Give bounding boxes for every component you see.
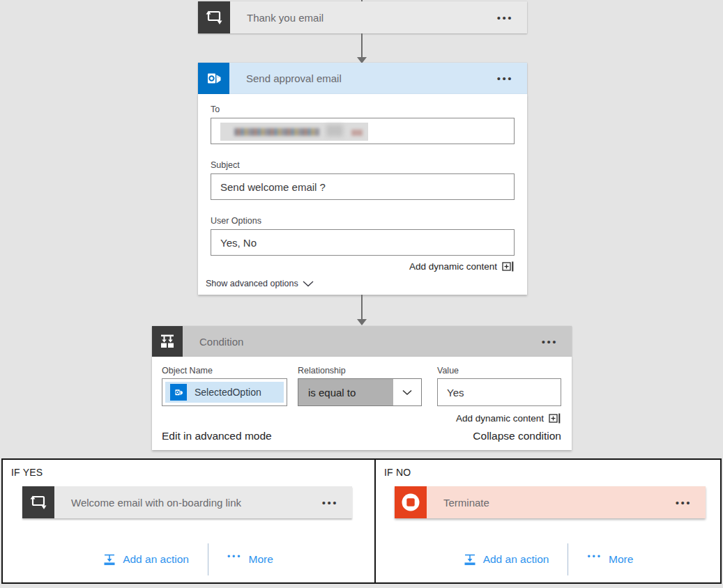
relationship-selected-value: is equal to xyxy=(298,379,393,405)
card-send-approval-email-header[interactable]: Send approval email ••• xyxy=(198,63,527,94)
if-no-label: IF NO xyxy=(384,467,411,478)
condition-card-body: Object Name Relationship Value SelectedO… xyxy=(152,357,572,450)
outlook-icon xyxy=(198,63,229,94)
collapse-condition-link[interactable]: Collapse condition xyxy=(473,430,561,442)
card-welcome-email[interactable]: Welcome email with on-boarding link ••• xyxy=(22,486,352,518)
add-dynamic-content-link[interactable]: Add dynamic content xyxy=(409,261,515,272)
more-button[interactable]: ••• More xyxy=(568,553,652,566)
card-title: Terminate xyxy=(427,486,662,518)
add-an-action-button[interactable]: Add an action xyxy=(84,553,208,566)
add-dynamic-content-link[interactable]: Add dynamic content xyxy=(456,413,561,424)
card-condition-header[interactable]: Condition ••• xyxy=(152,326,572,357)
relationship-select[interactable]: is equal to xyxy=(298,378,422,406)
edit-advanced-mode-link[interactable]: Edit in advanced mode xyxy=(162,430,272,442)
card-thank-you-email[interactable]: Thank you email ••• xyxy=(198,1,527,33)
more-menu-icon[interactable]: ••• xyxy=(483,63,527,94)
selected-option-token[interactable]: SelectedOption xyxy=(165,382,284,403)
more-menu-icon[interactable]: ••• xyxy=(308,486,352,518)
user-options-input[interactable] xyxy=(211,229,515,256)
add-action-icon xyxy=(102,553,116,566)
more-button[interactable]: ••• More xyxy=(208,553,292,566)
subject-label: Subject xyxy=(211,160,240,170)
chevron-down-icon xyxy=(303,281,314,287)
add-dynamic-content-icon xyxy=(549,413,561,424)
condition-branch-icon xyxy=(152,326,183,357)
redacted-email-value xyxy=(220,123,368,141)
to-input[interactable] xyxy=(211,118,515,144)
more-menu-icon[interactable]: ••• xyxy=(662,486,706,518)
show-advanced-options-link[interactable]: Show advanced options xyxy=(206,279,314,288)
card-title: Welcome email with on-boarding link xyxy=(54,486,308,518)
token-label: SelectedOption xyxy=(195,387,261,398)
subject-input[interactable] xyxy=(211,173,515,200)
card-terminate[interactable]: Terminate ••• xyxy=(395,486,706,518)
connector-line xyxy=(361,295,363,320)
value-label: Value xyxy=(437,366,459,376)
add-dynamic-content-icon xyxy=(502,261,515,272)
flow-designer-canvas: Thank you email ••• Send approval email … xyxy=(0,0,723,588)
connector-line xyxy=(361,33,363,58)
card-title: Send approval email xyxy=(229,63,483,94)
if-yes-label: IF YES xyxy=(11,467,43,478)
recurrence-loop-icon xyxy=(198,1,230,33)
card-title: Condition xyxy=(183,326,528,357)
more-dots-icon: ••• xyxy=(587,552,602,562)
chevron-down-icon xyxy=(393,379,421,405)
connector-arrowhead xyxy=(357,319,367,325)
recurrence-loop-icon xyxy=(22,486,54,518)
card-title: Thank you email xyxy=(230,1,483,33)
to-label: To xyxy=(211,105,220,114)
value-input[interactable] xyxy=(437,378,561,406)
more-dots-icon: ••• xyxy=(227,552,243,562)
add-an-action-button[interactable]: Add an action xyxy=(444,553,568,566)
more-menu-icon[interactable]: ••• xyxy=(483,1,527,33)
terminate-stop-icon xyxy=(395,486,427,518)
add-action-icon xyxy=(463,553,477,566)
more-menu-icon[interactable]: ••• xyxy=(528,326,572,357)
user-options-label: User Options xyxy=(211,216,261,226)
object-name-label: Object Name xyxy=(162,366,213,376)
if-yes-actions: Add an action ••• More xyxy=(1,543,374,575)
relationship-label: Relationship xyxy=(298,366,346,376)
outlook-token-icon xyxy=(170,384,187,401)
approval-card-body: To Subject User Options Add dynamic cont… xyxy=(198,94,527,295)
if-no-actions: Add an action ••• More xyxy=(374,543,722,575)
object-name-field[interactable]: SelectedOption xyxy=(162,378,287,406)
